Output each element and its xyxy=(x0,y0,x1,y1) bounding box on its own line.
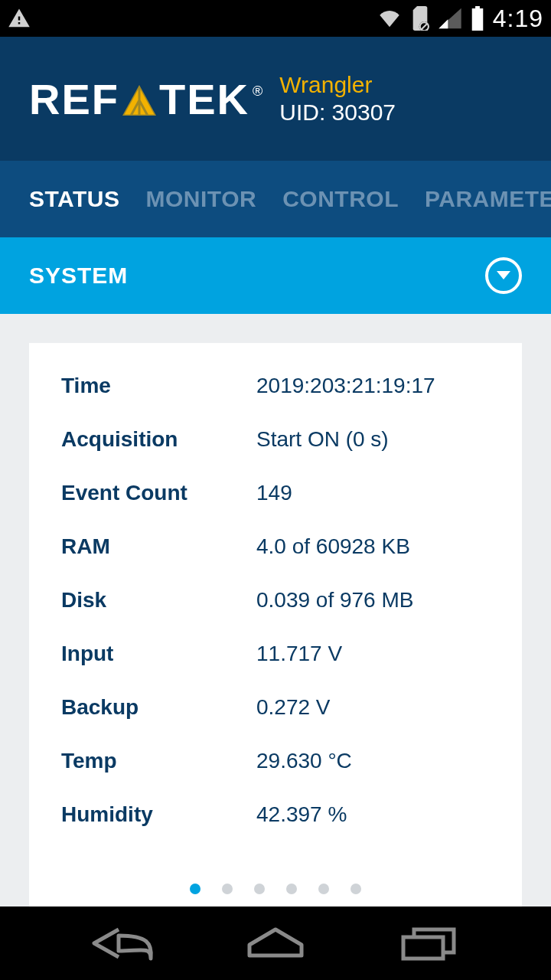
page-dot-1[interactable] xyxy=(190,884,201,894)
label-disk: Disk xyxy=(61,588,256,612)
warning-icon xyxy=(8,7,31,30)
value-input: 11.717 V xyxy=(256,642,342,666)
battery-icon xyxy=(470,6,485,31)
label-input: Input xyxy=(61,642,256,666)
row-temp: Temp 29.630 °C xyxy=(61,749,490,802)
content-area: Time 2019:203:21:19:17 Acquisition Start… xyxy=(0,314,551,906)
nav-home-button[interactable] xyxy=(230,920,321,966)
chevron-down-icon xyxy=(495,270,512,282)
label-humidity: Humidity xyxy=(61,802,256,827)
value-time: 2019:203:21:19:17 xyxy=(256,374,435,398)
label-ram: RAM xyxy=(61,534,256,559)
tab-status[interactable]: STATUS xyxy=(29,186,120,212)
row-acquisition: Acquisition Start ON (0 s) xyxy=(61,427,490,481)
row-humidity: Humidity 42.397 % xyxy=(61,802,490,856)
page-indicator xyxy=(0,884,551,894)
logo-suffix: TEK xyxy=(159,74,249,124)
value-temp: 29.630 °C xyxy=(256,749,352,773)
device-name: Wrangler xyxy=(279,71,396,99)
page-dot-6[interactable] xyxy=(350,884,361,894)
wifi-icon xyxy=(377,7,403,30)
android-nav-bar xyxy=(0,906,551,980)
section-dropdown-button[interactable] xyxy=(485,257,522,294)
page-dot-4[interactable] xyxy=(286,884,297,894)
cell-signal-icon xyxy=(438,7,462,30)
section-bar: SYSTEM xyxy=(0,237,551,314)
status-card: Time 2019:203:21:19:17 Acquisition Start… xyxy=(29,343,522,906)
tab-parameters[interactable]: PARAMETERS xyxy=(425,186,551,212)
label-temp: Temp xyxy=(61,749,256,773)
label-event-count: Event Count xyxy=(61,481,256,505)
label-backup: Backup xyxy=(61,695,256,720)
reftek-logo: REF TEK ® xyxy=(29,74,261,124)
tab-monitor[interactable]: MONITOR xyxy=(146,186,257,212)
registered-mark: ® xyxy=(253,83,264,100)
value-disk: 0.039 of 976 MB xyxy=(256,588,413,612)
row-disk: Disk 0.039 of 976 MB xyxy=(61,588,490,642)
logo-triangle-icon xyxy=(121,77,158,127)
row-backup: Backup 0.272 V xyxy=(61,695,490,749)
value-ram: 4.0 of 60928 KB xyxy=(256,534,410,559)
sd-card-icon xyxy=(410,6,430,31)
row-ram: RAM 4.0 of 60928 KB xyxy=(61,534,490,588)
row-input: Input 11.717 V xyxy=(61,642,490,695)
nav-back-button[interactable] xyxy=(77,920,168,966)
value-backup: 0.272 V xyxy=(256,695,331,720)
nav-recents-button[interactable] xyxy=(383,920,474,966)
section-title: SYSTEM xyxy=(29,263,128,289)
main-tabs: STATUS MONITOR CONTROL PARAMETERS LOGIN xyxy=(0,161,551,237)
tab-control[interactable]: CONTROL xyxy=(282,186,399,212)
value-humidity: 42.397 % xyxy=(256,802,347,827)
android-status-bar: 4:19 xyxy=(0,0,551,37)
app-header: REF TEK ® Wrangler UID: 30307 xyxy=(0,37,551,161)
row-event-count: Event Count 149 xyxy=(61,481,490,534)
row-time: Time 2019:203:21:19:17 xyxy=(61,374,490,427)
page-dot-5[interactable] xyxy=(318,884,329,894)
device-uid: UID: 30307 xyxy=(279,99,396,126)
value-acquisition: Start ON (0 s) xyxy=(256,427,389,452)
status-clock: 4:19 xyxy=(493,5,543,33)
logo-prefix: REF xyxy=(29,74,119,124)
label-time: Time xyxy=(61,374,256,398)
label-acquisition: Acquisition xyxy=(61,427,256,452)
page-dot-2[interactable] xyxy=(222,884,233,894)
value-event-count: 149 xyxy=(256,481,292,505)
page-dot-3[interactable] xyxy=(254,884,265,894)
svg-rect-3 xyxy=(403,937,443,959)
